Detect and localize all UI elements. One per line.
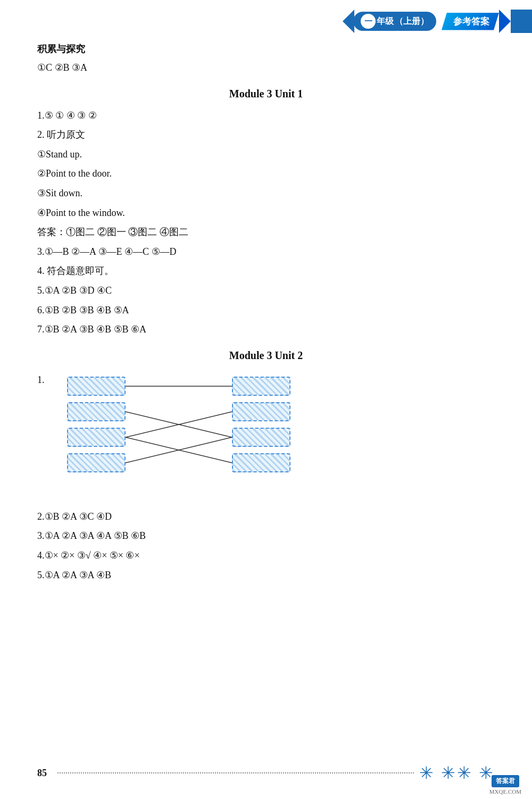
match-box-left-1 [67,377,126,396]
match-left-boxes [67,377,126,472]
m3u1-q6: 6.①B ②B ③B ④B ⑤A [37,302,495,319]
footer-logo-container: 答案君 MXQE.COM [489,775,521,795]
header-left-arrow [343,10,354,33]
m3u1-q5: 5.①A ②B ③D ④C [37,282,495,299]
match-box-left-4 [67,453,126,472]
m3u1-q1: 1.⑤ ① ④ ③ ② [37,107,495,124]
m3u1-q2-ans: 答案：①图二 ②图一 ③图二 ④图二 [37,224,495,240]
page-number: 85 [37,768,47,779]
module3unit1-heading: Module 3 Unit 1 [37,88,495,100]
match-right-boxes [232,377,290,472]
grade-circle: 一 [361,14,376,29]
m3u1-q2-item1: ①Stand up. [37,146,495,163]
match-box-left-3 [67,428,126,447]
grade-label: 年级 [377,16,394,27]
header-ref-box: 参考答案 [442,13,499,30]
page-content: 积累与探究 ①C ②B ③A Module 3 Unit 1 1.⑤ ① ④ ③… [0,0,532,618]
logo-url: MXQE.COM [489,788,521,795]
m3u1-q7: 7.①B ②A ③B ④B ⑤B ⑥A [37,321,495,338]
m3u2-q3: 3.①A ②A ③A ④A ⑤B ⑥B [37,528,495,544]
page-header: 一 年级 （上册） 参考答案 [343,10,532,33]
match-box-right-3 [232,428,290,447]
m3u2-q1-label: 1. [37,374,45,386]
m3u1-q2-title: 2. 听力原文 [37,127,495,143]
header-right-arrow [499,10,511,33]
logo-box: 答案君 [492,775,519,787]
match-lines-svg [126,377,232,494]
footer-stars: ✳ ✳✳ ✳ [419,763,495,783]
m3u1-q2-item4: ④Point to the window. [37,205,495,221]
header-blue-rect [511,10,532,33]
m3u2-q1-container: 1. [37,369,495,501]
match-box-right-1 [232,377,290,396]
match-box-right-4 [232,453,290,472]
level-label: （上册） [395,16,429,27]
m3u2-q2: 2.①B ②A ③C ④D [37,509,495,525]
m3u1-q3: 3.①—B ②—A ③—E ④—C ⑤—D [37,244,495,260]
match-diagram [67,377,290,494]
header-grade-box: 一 年级 （上册） [353,12,436,31]
m3u1-q4: 4. 符合题意即可。 [37,263,495,279]
m3u2-q5: 5.①A ②A ③A ④B [37,567,495,584]
m3u2-q4: 4.①× ②× ③√ ④× ⑤× ⑥× [37,547,495,564]
page-footer: 85 ✳ ✳✳ ✳ [0,763,532,783]
jljty-title: 积累与探究 [37,43,495,55]
m3u1-q2-item2: ②Point to the door. [37,165,495,182]
module3unit2-heading: Module 3 Unit 2 [37,349,495,362]
m3u1-q2-item3: ③Sit down. [37,185,495,202]
jljty-answers: ①C ②B ③A [37,60,495,76]
match-box-left-2 [67,402,126,421]
match-box-right-2 [232,402,290,421]
footer-dotted-line [57,772,414,773]
